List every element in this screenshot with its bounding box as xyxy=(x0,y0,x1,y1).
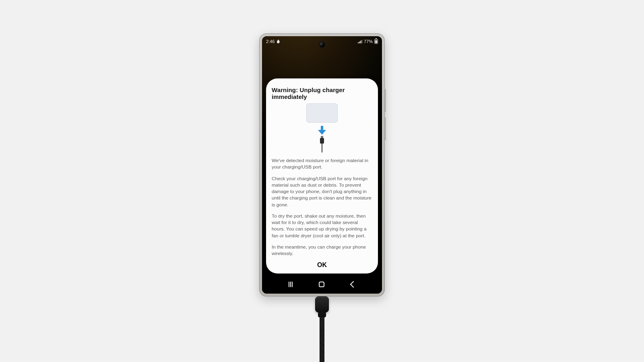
illustration-device-icon xyxy=(306,103,338,123)
dialog-paragraph: Check your charging/USB port for any for… xyxy=(272,175,372,208)
nav-back-button[interactable] xyxy=(351,282,356,287)
usb-c-connector-icon xyxy=(315,296,329,313)
moisture-droplet-icon xyxy=(277,39,280,43)
dialog-paragraph: To dry the port, shake out any moisture,… xyxy=(272,213,372,239)
dialog-paragraph: We've detected moisture or foreign mater… xyxy=(272,157,372,171)
moisture-warning-dialog: Warning: Unplug charger immediately We'v… xyxy=(266,78,378,274)
status-battery-percent: 77% xyxy=(364,39,373,44)
cellular-signal-icon xyxy=(358,40,362,43)
dialog-paragraph: In the meantime, you can charge your pho… xyxy=(272,244,372,257)
dialog-title: Warning: Unplug charger immediately xyxy=(272,86,372,100)
status-time: 2:46 xyxy=(266,39,275,44)
unplug-illustration xyxy=(298,103,346,152)
battery-icon xyxy=(374,39,378,44)
external-charging-cable xyxy=(310,296,334,362)
ok-button[interactable]: OK xyxy=(272,257,372,270)
nav-recents-button[interactable] xyxy=(289,282,293,287)
illustration-cable-icon xyxy=(322,138,322,152)
phone-screen: 2:46 77% Warning: Unplug charger immedia… xyxy=(262,36,382,294)
status-bar: 2:46 77% xyxy=(262,36,382,46)
phone-mockup: 2:46 77% Warning: Unplug charger immedia… xyxy=(259,33,385,296)
arrow-down-icon xyxy=(318,126,326,135)
nav-home-button[interactable] xyxy=(319,282,324,287)
android-nav-bar xyxy=(262,277,382,292)
